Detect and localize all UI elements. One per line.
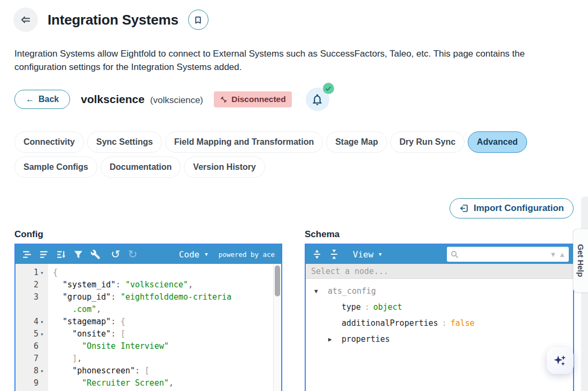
link-off-icon: [220, 96, 228, 104]
view-select-label: View: [353, 249, 374, 260]
undo-icon[interactable]: ↺: [109, 247, 122, 261]
code-line: 2 "system_id": "volkscience",: [16, 279, 281, 291]
back-button[interactable]: ← Back: [14, 90, 70, 109]
expand-all-icon[interactable]: [310, 247, 324, 261]
tab-field-mapping-and-transformation[interactable]: Field Mapping and Transformation: [165, 131, 323, 153]
repair-icon[interactable]: [88, 247, 102, 261]
search-previous-icon[interactable]: ▲: [559, 251, 566, 258]
code-line: 1▾{: [16, 267, 281, 279]
mode-caret-icon: ▼: [205, 252, 207, 257]
page-description: Integration Systems allow Eightfold to c…: [14, 47, 570, 74]
system-title: volkscience (volkscience): [81, 93, 203, 106]
tree-row: type:object: [306, 299, 573, 315]
get-help-label: Get Help: [576, 244, 585, 277]
tab-advanced[interactable]: Advanced: [468, 131, 527, 153]
tree-row: additionalProperties:false: [306, 315, 573, 331]
collapse-sidebar-button[interactable]: [13, 7, 38, 32]
mode-select[interactable]: Code ▼: [179, 249, 208, 260]
import-configuration-button[interactable]: Import Configuration: [450, 198, 574, 218]
tab-bar: ConnectivitySync SettingsField Mapping a…: [14, 131, 560, 178]
system-bar: ← Back volkscience (volkscience) Disconn…: [14, 88, 329, 111]
schema-search-input[interactable]: [461, 250, 547, 259]
check-icon: [325, 85, 331, 92]
tab-stage-map[interactable]: Stage Map: [326, 131, 387, 153]
bookmark-button[interactable]: [188, 10, 208, 30]
status-badge: Disconnected: [214, 91, 292, 107]
format-icon[interactable]: [20, 247, 34, 261]
schema-json-editor: View ▼ ▼ ▲ Select a node... ▼ats_configt…: [305, 244, 574, 391]
bookmark-icon: [194, 15, 203, 25]
page-header: Integration Systems: [13, 7, 208, 32]
bell-icon: [311, 93, 324, 106]
tree-node-name[interactable]: properties: [342, 334, 390, 344]
code-line: 6 "Onsite Interview": [16, 340, 281, 353]
tree-expander-icon[interactable]: ▶: [328, 336, 342, 343]
schema-tree: Select a node... ▼ats_configtype:objecta…: [306, 264, 573, 391]
tree-field-name: additionalProperties: [342, 318, 438, 328]
collapse-all-icon[interactable]: [327, 247, 341, 261]
notification-area: [306, 88, 329, 111]
import-icon: [459, 204, 469, 213]
tree-node-name[interactable]: ats_config: [328, 286, 376, 296]
redo-icon[interactable]: ↻: [126, 247, 140, 261]
import-configuration-label: Import Configuration: [474, 203, 564, 214]
code-line: 4▾ "stagemap": {: [16, 316, 281, 328]
actions-row: Import Configuration: [450, 198, 574, 218]
status-label: Disconnected: [231, 95, 286, 104]
system-id: (volkscience): [150, 95, 203, 105]
tab-sync-settings[interactable]: Sync Settings: [87, 131, 162, 153]
search-icon: [450, 250, 459, 259]
schema-search-box: ▼ ▲: [447, 247, 569, 262]
tab-sample-configs[interactable]: Sample Configs: [14, 157, 97, 178]
code-line: 8▾ "phonescreen": [: [16, 365, 281, 377]
sparkles-icon: [552, 353, 568, 369]
mode-select-label: Code: [179, 249, 200, 260]
view-caret-icon: ▼: [379, 252, 382, 257]
integration-systems-page: Integration Systems Integration Systems …: [0, 0, 588, 391]
config-panel-title: Config: [14, 229, 43, 240]
schema-panel-title: Schema: [305, 229, 339, 240]
tree-rows: ▼ats_configtype:objectadditionalProperti…: [306, 279, 573, 347]
view-select[interactable]: View ▼: [353, 249, 382, 260]
schema-editor-toolbar: View ▼ ▼ ▲: [306, 245, 573, 264]
scrollbar-thumb[interactable]: [275, 265, 280, 296]
code-line: 3 "group_id": "eightfolddemo-criteria: [16, 291, 281, 303]
tree-expander-icon[interactable]: ▼: [314, 288, 328, 295]
tab-dry-run-sync[interactable]: Dry Run Sync: [390, 131, 465, 153]
code-line: 7 ],: [16, 353, 281, 365]
compact-icon[interactable]: [37, 247, 51, 261]
fold-toggle-icon[interactable]: ▾: [38, 365, 45, 377]
tree-path-placeholder: Select a node...: [306, 264, 573, 279]
page-title: Integration Systems: [48, 12, 179, 28]
get-help-tab[interactable]: Get Help: [573, 229, 588, 293]
tree-field-value: object: [373, 302, 402, 312]
tab-version-history[interactable]: Version History: [184, 157, 265, 178]
code-line: 5▾ "onsite": [: [16, 328, 281, 340]
tab-documentation[interactable]: Documentation: [100, 157, 181, 178]
tab-connectivity[interactable]: Connectivity: [14, 131, 84, 153]
search-next-icon[interactable]: ▼: [550, 251, 556, 258]
tree-row: ▼ats_config: [306, 283, 573, 299]
config-json-editor: ↺ ↻ Code ▼ powered by ace 1▾{2 "system_i…: [14, 244, 282, 391]
fold-toggle-icon[interactable]: ▾: [38, 267, 45, 279]
code-lines: 1▾{2 "system_id": "volkscience",3 "group…: [16, 264, 281, 391]
code-line: 9 "Recruiter Screen",: [16, 377, 281, 389]
fold-toggle-icon[interactable]: ▾: [38, 328, 45, 340]
collapse-sidebar-icon: [19, 13, 32, 26]
transform-icon[interactable]: [71, 247, 85, 261]
fold-toggle-icon[interactable]: ▾: [38, 316, 45, 328]
back-button-label: Back: [38, 95, 59, 104]
connected-check-badge: [323, 83, 334, 94]
back-arrow-icon: ←: [26, 95, 34, 104]
editor-scrollbar[interactable]: [273, 264, 281, 391]
config-editor-toolbar: ↺ ↻ Code ▼ powered by ace: [16, 245, 281, 264]
sort-icon[interactable]: [54, 247, 68, 261]
tree-row: ▶properties: [306, 331, 573, 347]
ai-assistant-button[interactable]: [547, 347, 574, 374]
powered-by-ace-link[interactable]: powered by ace: [219, 251, 275, 259]
code-editor-area[interactable]: 1▾{2 "system_id": "volkscience",3 "group…: [16, 264, 281, 391]
tree-field-value: false: [451, 318, 475, 328]
code-line: .com",: [16, 303, 281, 316]
tree-field-name: type: [342, 302, 361, 312]
system-name: volkscience: [81, 93, 144, 105]
